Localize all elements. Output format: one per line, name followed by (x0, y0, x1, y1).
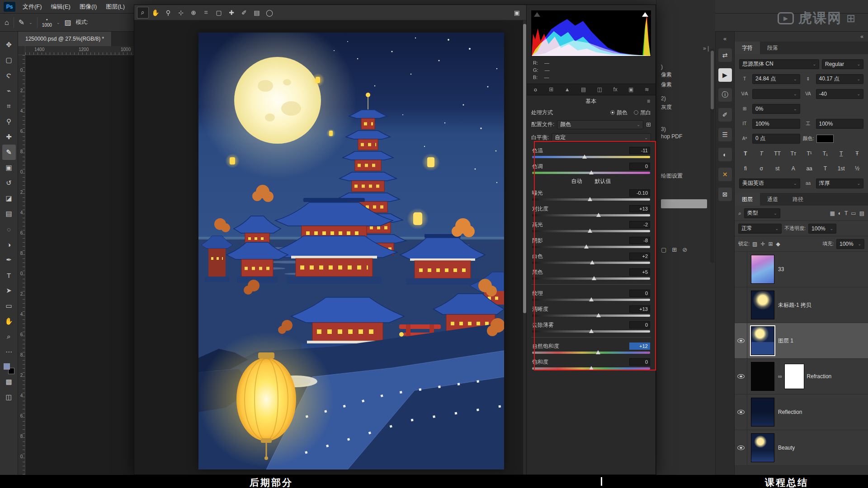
word-spacing-field[interactable]: 0% (752, 104, 800, 114)
brush-size-preview[interactable]: • 1000 (42, 18, 52, 28)
horizontal-scale-field[interactable]: 100% (816, 119, 864, 129)
ordinal-button[interactable]: 1st (835, 164, 848, 174)
slider-track[interactable] (532, 198, 650, 201)
blend-mode-select[interactable]: 正常 (738, 224, 782, 234)
slider-value[interactable]: 0 (629, 290, 650, 297)
cr-crop-tool[interactable]: ⌗ (200, 7, 212, 19)
brush-settings-panel-icon[interactable]: ✐ (718, 108, 732, 122)
white-balance-select[interactable]: 自定 (552, 133, 651, 142)
brush-panel-toggle-icon[interactable]: ▨ (64, 18, 71, 27)
lock-transparency-icon[interactable]: ▨ (752, 241, 757, 247)
layer-row[interactable]: 图层 1 (735, 323, 868, 359)
layer-row[interactable]: ∞ Refraction (735, 359, 868, 394)
cr-hand-tool[interactable]: ✋ (150, 7, 161, 19)
layer-thumbnail[interactable] (751, 326, 774, 355)
layer-row[interactable]: Beauty (735, 430, 868, 466)
cr-slider[interactable]: 清晰度 +13 (531, 303, 651, 319)
dodge-tool[interactable]: ◑ (2, 237, 16, 252)
all-caps-button[interactable]: TT (771, 149, 784, 159)
visibility-toggle[interactable] (735, 287, 747, 323)
visibility-toggle[interactable] (735, 430, 747, 465)
chevron-down-icon[interactable]: ⌄ (57, 20, 60, 25)
cr-tab-optics[interactable]: ▣ (628, 86, 633, 93)
language-select[interactable]: 美国英语 (739, 178, 800, 188)
panel-menu-icon[interactable]: ≡ (647, 98, 650, 104)
marquee-tool[interactable]: ▢ (2, 52, 16, 68)
slider-thumb[interactable] (588, 229, 592, 233)
cr-transform-tool[interactable]: ▢ (213, 7, 225, 19)
home-icon[interactable]: ⌂ (5, 19, 9, 27)
slider-track[interactable] (532, 330, 650, 333)
layer-name[interactable]: Refraction (807, 373, 832, 380)
slider-thumb[interactable] (596, 213, 601, 217)
slider-value[interactable]: 0 (629, 321, 650, 328)
ordinals-button[interactable]: T (819, 164, 831, 174)
info-panel-icon[interactable]: ⓘ (718, 88, 732, 102)
cr-slider[interactable]: 自然饱和度 +12 (531, 340, 651, 356)
crop-tool[interactable]: ⌗ (2, 99, 16, 114)
edit-toolbar[interactable]: ⋯ (2, 344, 16, 360)
panel-tab[interactable]: 通道 (760, 193, 785, 206)
filter-type-layers-icon[interactable]: T (844, 210, 848, 216)
stylistic-alternates-button[interactable]: A (787, 164, 800, 174)
ligatures-button[interactable]: fi (739, 164, 752, 174)
filter-adjustment-layers-icon[interactable]: ◐ (838, 210, 841, 216)
cr-slider[interactable]: 色调 0 (531, 160, 651, 176)
superscript-button[interactable]: T¹ (803, 149, 816, 159)
slider-track[interactable] (532, 262, 650, 264)
antialias-select[interactable]: 浑厚 (816, 178, 864, 188)
titling-alternates-button[interactable]: aa (803, 164, 816, 174)
dialog-icon-2[interactable]: ⊞ (672, 246, 677, 253)
radio-icon[interactable] (610, 110, 615, 115)
filter-shape-layers-icon[interactable]: ▭ (851, 210, 856, 216)
layer-row[interactable]: Reflection (735, 394, 868, 430)
type-tool[interactable]: T (2, 267, 16, 283)
slider-value[interactable]: +12 (629, 343, 650, 350)
shape-tool[interactable]: ▭ (2, 298, 16, 314)
scrollbar-thumb[interactable] (523, 24, 526, 313)
layer-name[interactable]: 图层 1 (778, 337, 793, 345)
cr-tab-basic[interactable]: ☼ (533, 86, 538, 93)
collapse-panels-icon[interactable]: « (860, 33, 863, 40)
panel-toggle-icon[interactable]: ▣ (514, 9, 524, 16)
lock-artboard-icon[interactable]: ⊞ (768, 241, 773, 247)
cr-tab-detail[interactable]: ▲ (565, 86, 570, 93)
menu-item[interactable]: 文件(F) (18, 0, 47, 13)
slider-track[interactable] (532, 246, 650, 248)
slider-value[interactable]: +13 (629, 205, 650, 212)
document-tab[interactable]: 1250000.psd @ 27.5%(RGB/8) * (18, 32, 112, 46)
slider-thumb[interactable] (582, 155, 587, 159)
layer-thumbnail[interactable] (751, 291, 774, 319)
menu-item[interactable]: 图层(L) (101, 0, 129, 13)
scrollbar[interactable] (523, 20, 526, 474)
slider-track[interactable] (532, 352, 650, 354)
shadow-clipping-icon[interactable] (534, 12, 540, 17)
scrollbar[interactable] (710, 49, 714, 263)
slider-track[interactable] (532, 299, 650, 301)
dialog-icon-3[interactable]: ⊘ (682, 246, 687, 253)
layer-name[interactable]: Reflection (778, 409, 802, 415)
layer-mask-thumbnail[interactable] (784, 364, 804, 389)
move-tool[interactable]: ✥ (2, 37, 16, 52)
healing-brush-tool[interactable]: ✚ (2, 129, 16, 145)
cr-slider[interactable]: 纹理 0 (531, 287, 651, 303)
cr-slider[interactable]: 对比度 +13 (531, 202, 651, 218)
clone-source-panel-icon[interactable]: ◐ (718, 148, 732, 161)
slider-value[interactable]: +13 (629, 305, 650, 313)
quick-mask-toggle[interactable]: ▩ (2, 374, 16, 389)
text-color-swatch[interactable] (816, 135, 834, 143)
tracking-field[interactable]: -40 (816, 89, 864, 99)
cr-slider[interactable]: 白色 +2 (531, 250, 651, 266)
brush-tool[interactable]: ✎ (2, 145, 16, 160)
discretionary-ligatures-button[interactable]: st (771, 164, 784, 174)
cr-target-adjust-tool[interactable]: ⊕ (188, 7, 199, 19)
layer-name[interactable]: Beauty (778, 445, 795, 451)
radio-icon[interactable] (634, 110, 638, 115)
cr-slider[interactable]: 曝光 -0.10 (531, 187, 651, 202)
slider-thumb[interactable] (589, 329, 594, 333)
canvas-image[interactable] (198, 33, 504, 469)
process-radio[interactable]: 黑白 (634, 109, 651, 117)
layer-thumbnail[interactable] (751, 433, 774, 462)
layer-row[interactable]: 未标题-1 拷贝 (735, 287, 868, 323)
snapshot-panel-icon[interactable]: ✕ (718, 168, 732, 181)
